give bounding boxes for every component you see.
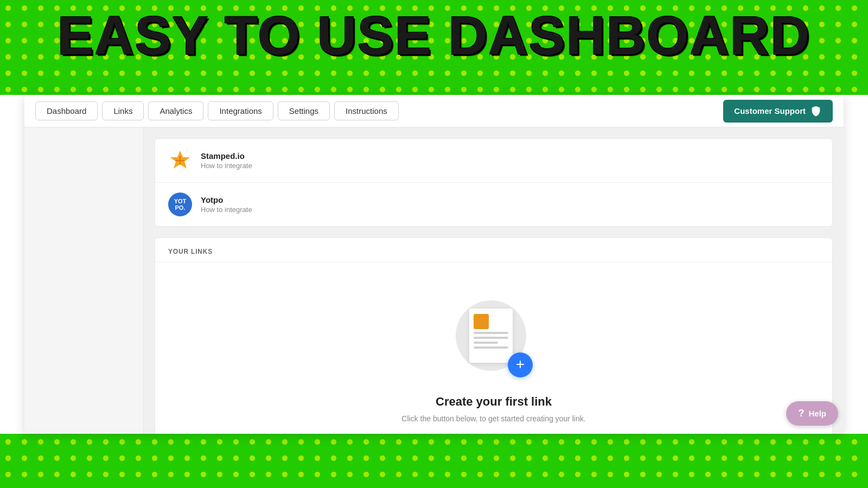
polka-dot-pattern-bottom — [0, 434, 868, 488]
stamped-name: Stamped.io — [201, 151, 252, 160]
customer-support-label: Customer Support — [734, 106, 806, 115]
create-link-subtitle: Click the button below, to get started c… — [401, 414, 585, 423]
stamped-description: How to integrate — [201, 162, 252, 170]
dashboard-container: Dashboard Links Analytics Integrations S… — [24, 95, 844, 434]
tab-instructions[interactable]: Instructions — [334, 101, 399, 120]
integrations-section: Stamped.io How to integrate YOTPO. Yotpo… — [155, 138, 833, 227]
help-circle-icon: ? — [798, 408, 804, 419]
doc-paper — [469, 309, 513, 363]
banner-title: EASY TO USE DASHBOARD — [0, 8, 868, 62]
stamped-logo — [168, 149, 192, 172]
add-link-button[interactable]: + — [508, 352, 533, 377]
yotpo-description: How to integrate — [201, 206, 252, 214]
main-content: Stamped.io How to integrate YOTPO. Yotpo… — [24, 127, 844, 434]
customer-support-button[interactable]: Customer Support ✓ — [723, 100, 833, 123]
create-link-area: + Create your first link Click the butto… — [155, 262, 832, 434]
help-label: Help — [808, 409, 826, 418]
doc-line-1 — [474, 332, 508, 334]
plus-icon: + — [516, 357, 525, 372]
tab-integrations[interactable]: Integrations — [208, 101, 273, 120]
integration-yotpo[interactable]: YOTPO. Yotpo How to integrate — [155, 183, 832, 226]
help-button[interactable]: ? Help — [786, 401, 838, 426]
tab-settings[interactable]: Settings — [278, 101, 330, 120]
your-links-section: YOUR LINKS — [155, 237, 833, 434]
yotpo-logo: YOTPO. — [168, 192, 192, 216]
your-links-header: YOUR LINKS — [155, 238, 832, 262]
tab-links[interactable]: Links — [102, 101, 144, 120]
yotpo-info: Yotpo How to integrate — [201, 195, 252, 214]
nav-bar: Dashboard Links Analytics Integrations S… — [24, 95, 844, 127]
create-link-icon: + — [450, 295, 537, 382]
create-link-title: Create your first link — [436, 395, 552, 409]
content-area: Stamped.io How to integrate YOTPO. Yotpo… — [144, 127, 844, 434]
doc-orange-square — [474, 314, 489, 329]
tab-dashboard[interactable]: Dashboard — [35, 101, 98, 120]
doc-line-2 — [474, 337, 508, 339]
svg-text:✓: ✓ — [814, 108, 818, 113]
shield-icon: ✓ — [810, 105, 822, 117]
sidebar — [24, 127, 144, 434]
yotpo-name: Yotpo — [201, 195, 252, 204]
integration-stamped[interactable]: Stamped.io How to integrate — [155, 139, 832, 183]
doc-line-4 — [474, 346, 508, 349]
stamped-info: Stamped.io How to integrate — [201, 151, 252, 170]
tab-analytics[interactable]: Analytics — [148, 101, 203, 120]
bottom-banner — [0, 434, 868, 488]
doc-line-3 — [474, 342, 498, 344]
